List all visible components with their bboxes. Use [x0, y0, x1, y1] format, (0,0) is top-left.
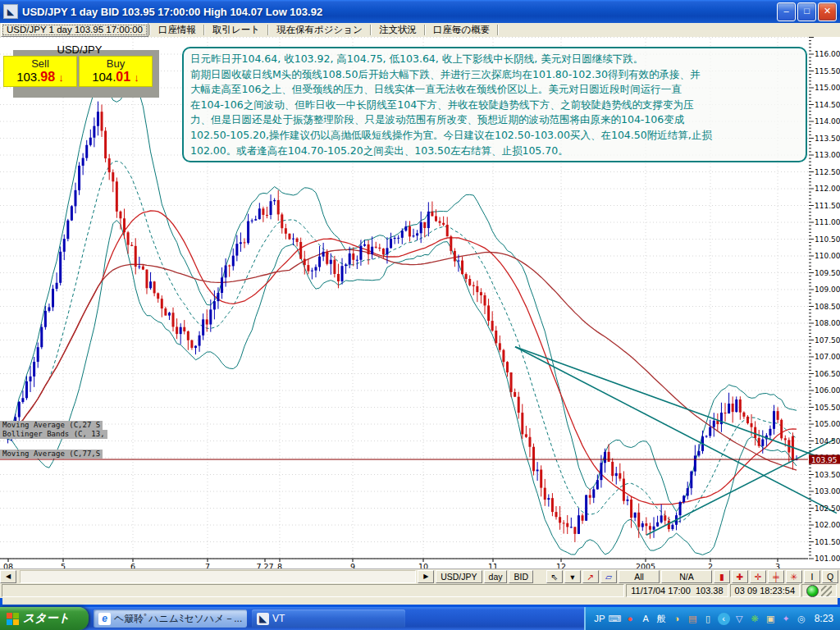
svg-text:107.50: 107.50 [815, 336, 840, 345]
svg-text:104.50: 104.50 [815, 437, 840, 445]
status-main-panel [2, 584, 624, 597]
svg-text:113.50: 113.50 [815, 135, 840, 143]
status-last-bar: 11/17/04 17:00 103.38 [626, 584, 728, 597]
svg-text:103.50: 103.50 [815, 471, 840, 479]
chart-toolbar-bid-button[interactable]: BID [509, 570, 533, 583]
back-circle-icon[interactable]: ‹ [718, 613, 730, 625]
search-icon[interactable]: ◎ [796, 613, 808, 625]
commentary-line: 在104-106之间波动、但昨日收一中长阴线至104下方、并收在较陡趋势线下方、… [190, 98, 799, 113]
svg-text:103.00: 103.00 [815, 487, 840, 495]
scroll-right-button[interactable]: ▶ [418, 570, 434, 583]
screen: ◣ USD/JPY 1 day BID 103.95 17:00:00 High… [0, 0, 840, 630]
chart-toolbar-day-button[interactable]: day [484, 570, 508, 583]
cursor-style-icon[interactable]: I [804, 570, 820, 583]
toolbar-tab-4[interactable]: 注文状況 [372, 24, 423, 36]
minimize-button[interactable]: – [777, 2, 796, 21]
close-button[interactable]: ✕ [818, 2, 837, 21]
svg-text:11: 11 [488, 562, 498, 568]
svg-text:101.50: 101.50 [815, 538, 840, 546]
commentary-box: 日元昨日开104.64, 收103.92, 高104.75, 低103.64, … [182, 47, 807, 162]
ime-mode-han[interactable]: 般 [655, 613, 668, 625]
svg-text:112.50: 112.50 [815, 168, 840, 176]
toolbar-tab-1[interactable]: 口座情報 [152, 24, 203, 36]
candlestick-style-icon[interactable]: ▮ [714, 570, 730, 583]
svg-text:7.27: 7.27 [256, 562, 273, 568]
messenger-icon[interactable]: ✦ [780, 613, 792, 625]
resize-grip[interactable] [821, 586, 832, 596]
svg-text:5: 5 [61, 562, 66, 568]
ohlc-style-icon[interactable]: ✳ [786, 570, 802, 583]
task-button-0[interactable]: eヘ簸聆ﾟハニムﾐセソハメ－... [94, 609, 247, 628]
svg-text:110.00: 110.00 [815, 252, 840, 260]
svg-text:12: 12 [556, 562, 566, 568]
svg-text:111.50: 111.50 [815, 202, 840, 210]
svg-text:109.50: 109.50 [815, 269, 840, 277]
toolbar-tab-3[interactable]: 現在保有ポジション [270, 24, 369, 36]
svg-text:113.00: 113.00 [815, 151, 840, 159]
pen-device-icon[interactable]: ● [624, 613, 637, 625]
current-price-tag: 103.95 [809, 455, 840, 464]
line-style-icon[interactable]: ✛ [750, 570, 766, 583]
svg-text:111.00: 111.00 [815, 218, 840, 226]
buy-label: Buy [80, 57, 152, 70]
chart-area[interactable]: 101.00101.50102.00102.50103.00103.50104.… [0, 37, 840, 568]
task-button-1[interactable]: ◣VT [252, 609, 405, 628]
objects-tool-icon[interactable]: ▱ [600, 570, 617, 583]
scroll-left-button[interactable]: ◀ [0, 570, 16, 583]
svg-text:108.50: 108.50 [815, 303, 840, 311]
all-button[interactable]: All [619, 570, 660, 583]
taskbar-clock: 8:23 [815, 613, 833, 624]
trendline-tool-icon[interactable]: ↗ [582, 570, 599, 583]
notes-icon[interactable]: ▯ [702, 613, 714, 625]
pinwheel-icon[interactable]: ❋ [749, 613, 761, 625]
titlebar[interactable]: ◣ USD/JPY 1 day BID 103.95 17:00:00 High… [0, 0, 840, 23]
quote-panel: USD/JPY Sell 103.98 ↓ Buy 104.01 ↓ [3, 43, 156, 87]
chart-toolbar-usd-jpy-button[interactable]: USD/JPY [436, 570, 482, 583]
system-tray: JP ⌨●A般◑▤▯‹▽❋▣✦◎ 8:23 [584, 607, 840, 630]
window-title: USD/JPY 1 day BID 103.95 17:00:00 High 1… [22, 6, 775, 18]
vt-tray-icon[interactable]: ▽ [733, 613, 746, 625]
quote-symbol: USD/JPY [3, 43, 156, 56]
svg-text:106.50: 106.50 [815, 370, 840, 378]
dropdown-arrow-icon[interactable]: ▾ [564, 570, 581, 583]
commentary-line: 102.50-105.20,操作建议仍以高抛低吸短线操作为宜。今日建议在102.… [190, 128, 799, 144]
tray-jp-label[interactable]: JP [594, 614, 605, 623]
toolbar-tab-0[interactable]: USD/JPY 1 day 103.95 17:00:00 [1, 23, 148, 37]
maximize-button[interactable]: □ [797, 2, 816, 21]
svg-text:116.00: 116.00 [815, 50, 840, 58]
status-connection-cell [801, 584, 837, 597]
svg-text:103.95: 103.95 [811, 456, 838, 464]
ime-mode-a[interactable]: A [640, 613, 652, 625]
toolbar-tab-2[interactable]: 取引レート [206, 24, 267, 36]
svg-text:105.00: 105.00 [815, 420, 840, 428]
taskbar: スタート eヘ簸聆ﾟハニムﾐセソハメ－...◣VT JP ⌨●A般◑▤▯‹▽❋▣… [0, 607, 840, 630]
commentary-line: 102.00。或者逢高在104.70-105.20之间卖出、103.50左右结算… [190, 144, 799, 159]
sell-button[interactable]: Sell 103.98 ↓ [3, 56, 77, 87]
svg-text:10: 10 [418, 562, 428, 568]
display-icon[interactable]: ▣ [765, 613, 777, 625]
chart-toolbar: ◀ ▶ USD/JPYdayBID ⇖▾↗▱ All N/A ▮✚✛╪✳IQ [0, 568, 840, 583]
toolbox-icon[interactable]: ▤ [687, 613, 699, 625]
na-button[interactable]: N/A [661, 570, 712, 583]
palette-icon[interactable]: ◑ [671, 613, 683, 625]
connection-status-icon [806, 585, 819, 597]
pointer-tool-icon[interactable]: ⇖ [546, 570, 563, 583]
hlc-style-icon[interactable]: ╪ [768, 570, 784, 583]
keyboard-icon[interactable]: ⌨ [609, 613, 621, 625]
buy-down-arrow-icon: ↓ [134, 71, 139, 84]
bar-style-icon[interactable]: ✚ [732, 570, 748, 583]
chart-scrollbar-track[interactable] [20, 570, 416, 583]
commentary-line: 大幅走高至106之上、但受颈线的压力、日线实体一直无法收在颈线价区以上。美元对日… [190, 82, 799, 98]
toolbar-separator [370, 25, 372, 35]
toolbar-separator [424, 25, 426, 35]
buy-button[interactable]: Buy 104.01 ↓ [79, 56, 153, 87]
quote-button[interactable]: Q [822, 570, 838, 583]
svg-text:8: 8 [277, 562, 282, 568]
svg-text:08: 08 [3, 562, 13, 568]
commentary-line: 前期日圆收破日线M头的颈线108.50后开始大幅下跌、并进行三次探底均在101.… [190, 67, 799, 83]
svg-text:7: 7 [205, 562, 210, 568]
start-button[interactable]: スタート [0, 607, 89, 630]
indicator-label: Moving Average (C,27 S [0, 421, 103, 430]
toolbar-tab-5[interactable]: 口座毎の概要 [427, 24, 496, 36]
buy-price-pips: 01 [116, 70, 130, 84]
